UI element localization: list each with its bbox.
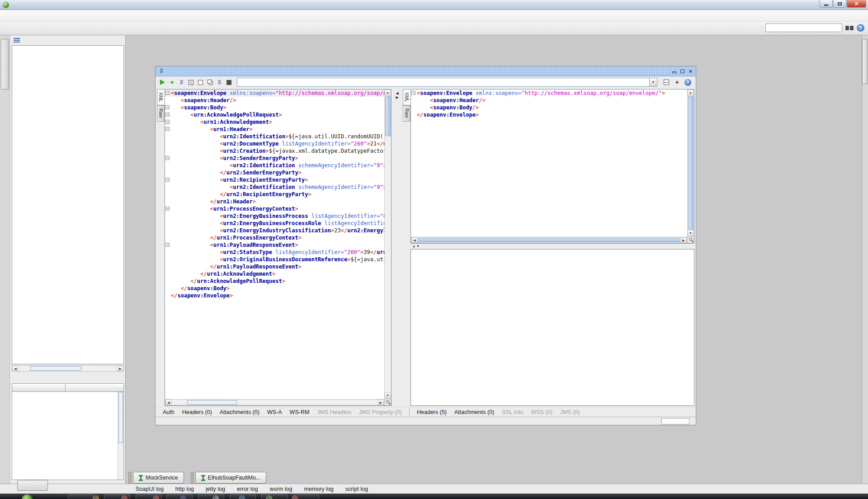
search-forum-input[interactable] [765, 24, 842, 32]
status-field[interactable] [661, 418, 689, 424]
windows-taskbar[interactable] [0, 494, 868, 499]
create-request-icon[interactable]: SOAP [177, 78, 186, 87]
scrollbar-thumb[interactable] [187, 400, 237, 405]
request-vertical-scrollbar[interactable]: ▲ ▼ [384, 89, 391, 399]
property-column-header[interactable] [12, 384, 66, 391]
response-xml-editor[interactable]: <soapenv:Envelope xmlns:soapenv="http://… [410, 89, 694, 244]
log-tab-script-log[interactable]: script log [345, 486, 368, 492]
validate-corner-button[interactable] [384, 399, 391, 405]
editor-tab-raw[interactable]: Raw [157, 105, 165, 122]
log-tab-memory-log[interactable]: memory log [304, 486, 334, 492]
scroll-right-icon[interactable]: ▶ [680, 237, 687, 243]
taskbar-app-icon[interactable] [212, 495, 219, 499]
pane-splitter[interactable]: ◀ ▶ [392, 89, 403, 406]
clone-request-icon[interactable] [206, 78, 214, 87]
help-icon[interactable]: ? [684, 78, 692, 87]
tree-horizontal-scrollbar[interactable]: ◀ ▶ [12, 365, 124, 372]
response-horizontal-scrollbar[interactable]: ◀ ▶ [411, 237, 687, 243]
fold-collapse-icon[interactable] [165, 113, 170, 117]
taskbar-app-icon[interactable] [292, 495, 298, 499]
taskbar-button[interactable] [198, 494, 224, 499]
taskbar-app-icon[interactable] [239, 495, 245, 499]
scrollbar-thumb[interactable] [118, 392, 123, 443]
response-vertical-scrollbar[interactable]: ▲ ▼ [687, 89, 694, 236]
cancel-button[interactable] [225, 78, 233, 87]
request-window-titlebar[interactable]: SOAP × [156, 66, 696, 76]
scroll-up-icon[interactable]: ▲ [688, 89, 693, 96]
log-tab-http-log[interactable]: http log [175, 486, 194, 492]
fold-collapse-icon[interactable] [165, 120, 170, 124]
scroll-left-icon[interactable]: ◀ [411, 237, 418, 243]
drag-grip[interactable] [190, 472, 194, 484]
scroll-right-icon[interactable]: ▶ [377, 400, 384, 405]
clear-request-icon[interactable] [196, 78, 205, 87]
maximize-button[interactable] [833, 0, 846, 8]
window-close-icon[interactable]: × [687, 68, 694, 75]
log-tab-jetty-log[interactable]: jetty log [206, 486, 225, 492]
request-xml-editor[interactable]: <soapenv:Envelope xmlns:soapenv="http://… [165, 89, 392, 406]
taskbar-app-icon[interactable] [266, 495, 272, 499]
scroll-left-icon[interactable]: ◀ [12, 366, 19, 371]
scrollbar-thumb[interactable] [385, 96, 391, 136]
scrollbar-thumb[interactable] [688, 96, 693, 230]
window-minimize-icon[interactable] [671, 68, 678, 75]
inspector-tab-attachments-0-[interactable]: Attachments (0) [220, 409, 259, 415]
add-to-testcase-icon[interactable]: + [168, 78, 176, 87]
inspector-tab-ws-rm[interactable]: WS-RM [290, 409, 310, 415]
properties-scrollbar[interactable] [118, 392, 123, 480]
project-tree[interactable] [12, 45, 124, 364]
request-horizontal-scrollbar[interactable]: ◀ ▶ [165, 399, 384, 405]
scroll-left-icon[interactable]: ◀ [165, 400, 172, 405]
fold-collapse-icon[interactable] [165, 243, 170, 247]
drag-grip[interactable] [128, 472, 132, 484]
window-maximize-icon[interactable] [679, 68, 686, 75]
fold-collapse-icon[interactable] [411, 91, 415, 95]
endpoint-url-combo[interactable] [237, 78, 650, 87]
inspector-tab-ws-a[interactable]: WS-A [267, 409, 282, 415]
inspector-tab-headers-5-[interactable]: Headers (5) [417, 409, 447, 415]
taskbar-button[interactable] [68, 494, 94, 499]
validate-corner-button[interactable] [687, 236, 694, 243]
inspector-tab-headers-0-[interactable]: Headers (0) [182, 409, 212, 415]
fold-collapse-icon[interactable] [165, 178, 170, 182]
inspector-tab-attachments-0-[interactable]: Attachments (0) [454, 409, 494, 415]
scroll-down-icon[interactable]: ▼ [385, 392, 391, 399]
editor-tab-xml[interactable]: XML [157, 89, 165, 105]
scroll-right-icon[interactable]: ▶ [117, 366, 123, 371]
minimize-button[interactable] [820, 0, 833, 8]
collapse-right-icon[interactable]: ▶ [396, 95, 398, 99]
fold-collapse-icon[interactable] [165, 91, 170, 95]
taskbar-app-icon[interactable] [180, 495, 186, 499]
inspector-flap[interactable] [862, 39, 868, 84]
log-tab-soapui-log[interactable]: SoapUI log [136, 486, 164, 492]
split-layout-icon[interactable] [662, 78, 670, 87]
inspector-tab-auth[interactable]: Auth [163, 409, 175, 415]
fold-collapse-icon[interactable] [165, 207, 170, 211]
window-tab-mockservice[interactable]: MockService [133, 472, 184, 484]
navigator-flap[interactable] [1, 39, 9, 89]
create-response-icon[interactable]: SOAP [215, 78, 224, 87]
taskbar-button[interactable] [261, 494, 288, 499]
expand-down-icon[interactable]: ▼ [416, 245, 420, 248]
search-forum-icon[interactable] [845, 25, 854, 31]
log-tab-error-log[interactable]: error log [237, 486, 258, 492]
scroll-up-icon[interactable]: ▲ [385, 89, 391, 96]
properties-tab[interactable] [17, 480, 48, 491]
help-icon[interactable]: ? [857, 24, 864, 32]
taskbar-button[interactable] [166, 494, 193, 499]
add-endpoint-icon[interactable]: + [673, 78, 681, 87]
collapse-left-icon[interactable]: ◀ [396, 91, 398, 95]
expand-up-icon[interactable]: ▲ [412, 245, 415, 248]
error-panel-splitter[interactable]: ▲ ▼ [410, 244, 694, 249]
value-column-header[interactable] [66, 384, 123, 391]
validate-request-icon[interactable]: × [187, 78, 195, 87]
log-tab-wsrm-log[interactable]: wsrm log [270, 486, 292, 492]
fold-collapse-icon[interactable] [165, 127, 170, 131]
close-button[interactable]: ✕ [847, 0, 866, 8]
taskbar-app-icon[interactable] [153, 495, 159, 499]
taskbar-app-icon[interactable] [93, 495, 99, 499]
window-tab-elhubsoapfaultmo-[interactable]: ElhubSoapFaultMo... [195, 472, 267, 484]
editor-tab-xml[interactable]: XML [403, 89, 410, 105]
scroll-down-icon[interactable]: ▼ [688, 230, 693, 236]
scrollbar-thumb[interactable] [30, 366, 81, 371]
